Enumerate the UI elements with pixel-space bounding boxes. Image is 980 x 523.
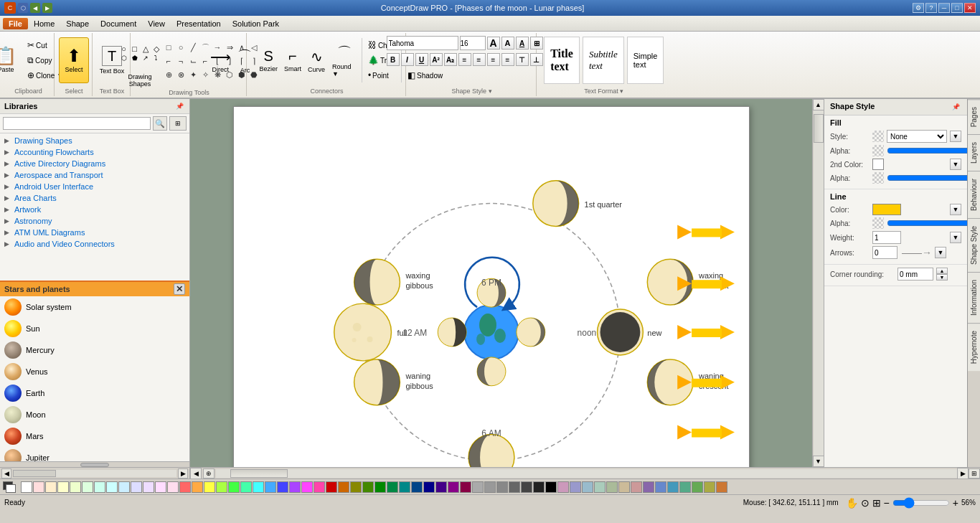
zoom-out-icon[interactable]: − <box>884 497 890 509</box>
grid-icon[interactable]: ⊞ <box>872 497 881 509</box>
lib-item-android[interactable]: ▶ Android User Interface <box>1 181 188 192</box>
lib-hscroll-left[interactable]: ◀ <box>1 468 11 479</box>
lib-item-accounting[interactable]: ▶ Accounting Flowcharts <box>1 146 188 158</box>
line-weight-dropdown[interactable]: ▼ <box>950 232 961 243</box>
shape-style-pin[interactable]: 📌 <box>951 102 961 112</box>
planet-venus[interactable]: Venus <box>0 361 189 382</box>
side-tab-shape-style[interactable]: Shape Style <box>968 218 980 272</box>
color-pastel4[interactable] <box>594 481 606 493</box>
lib-item-aerospace[interactable]: ▶ Aerospace and Transport <box>1 169 188 181</box>
font-shrink-btn[interactable]: A <box>501 37 514 50</box>
win-close-btn[interactable]: ✕ <box>964 3 976 13</box>
color-gray4[interactable] <box>509 481 520 493</box>
color-light9[interactable] <box>131 481 142 493</box>
color-light7[interactable] <box>106 481 118 493</box>
lib-search-input[interactable] <box>3 117 151 130</box>
line-color-dropdown[interactable]: ▼ <box>950 204 961 215</box>
color-darksky[interactable] <box>411 481 423 493</box>
win-minimize-btn[interactable]: ─ <box>938 3 950 13</box>
menu-view[interactable]: View <box>142 18 171 29</box>
color-darkteal[interactable] <box>387 481 398 493</box>
menu-home[interactable]: Home <box>28 18 60 29</box>
tool-s3[interactable]: ✦ <box>187 68 199 81</box>
fill-2ndalpha-slider[interactable] <box>887 173 979 183</box>
fill-style-dropdown[interactable]: ▼ <box>950 131 961 142</box>
color-muted2[interactable] <box>655 481 666 493</box>
tool-rect[interactable]: □ <box>162 41 175 54</box>
color-red1[interactable] <box>179 481 191 493</box>
valign-top-btn[interactable]: ⊤ <box>516 53 529 66</box>
vscroll-track[interactable] <box>814 110 824 456</box>
tool-r3[interactable]: ⌙ <box>187 55 199 67</box>
color-light8[interactable] <box>118 481 130 493</box>
color-light12[interactable] <box>167 481 179 493</box>
color-darkgreen[interactable] <box>374 481 386 493</box>
tool-line[interactable]: ╱ <box>187 41 199 54</box>
side-tab-behaviour[interactable]: Behaviour <box>968 171 980 218</box>
lib-item-audio-video[interactable]: ▶ Audio and Video Connectors <box>1 238 188 250</box>
lib-item-area-charts[interactable]: ▶ Area Charts <box>1 192 188 204</box>
menu-presentation[interactable]: Presentation <box>171 18 227 29</box>
hscroll-page-nav[interactable]: ⊕ <box>203 468 215 479</box>
line-alpha-slider[interactable] <box>887 218 979 228</box>
align-just-btn[interactable]: ≡ <box>501 53 514 66</box>
color-pastel1[interactable] <box>557 481 569 493</box>
zoom-slider[interactable] <box>892 497 950 509</box>
color-gray1[interactable] <box>472 481 484 493</box>
color-muted7[interactable] <box>716 481 727 493</box>
color-yellow1[interactable] <box>204 481 215 493</box>
zoom-fit-icon[interactable]: ⊙ <box>861 497 870 509</box>
color-gray5[interactable] <box>521 481 532 493</box>
planet-mars[interactable]: Mars <box>0 425 189 447</box>
round-button[interactable]: ⌒ Round ▼ <box>329 37 361 83</box>
color-gray6[interactable] <box>533 481 545 493</box>
diagram-canvas[interactable]: 1st quarter waxing gibbous waxing cresce… <box>233 106 750 467</box>
font-family-input[interactable] <box>387 36 458 50</box>
direct-button[interactable]: ⟶ Direct <box>207 37 234 83</box>
planet-moon[interactable]: Moon <box>0 404 189 425</box>
menu-document[interactable]: Document <box>95 18 142 29</box>
color-light4[interactable] <box>70 481 81 493</box>
lib-item-atm-uml[interactable]: ▶ ATM UML Diagrams <box>1 227 188 238</box>
lib-view-btn[interactable]: ⊞ <box>169 116 187 131</box>
hscroll-track[interactable] <box>216 469 957 478</box>
lib-item-active-directory[interactable]: ▶ Active Directory Diagrams <box>1 158 188 169</box>
vscroll-down[interactable]: ▼ <box>813 456 824 467</box>
lib-item-drawing-shapes[interactable]: ▶ Drawing Shapes <box>1 135 188 146</box>
color-sky1[interactable] <box>265 481 276 493</box>
color-light3[interactable] <box>57 481 69 493</box>
line-weight-input[interactable] <box>872 231 901 244</box>
planet-sun[interactable]: Sun <box>0 318 189 339</box>
color-pastel5[interactable] <box>606 481 618 493</box>
color-muted5[interactable] <box>692 481 703 493</box>
tool-ellipse[interactable]: ○ <box>174 41 187 54</box>
planet-earth[interactable]: Earth <box>0 382 189 404</box>
color-olive[interactable] <box>350 481 362 493</box>
hscroll-expand[interactable]: ⊞ <box>969 468 980 479</box>
color-pastel6[interactable] <box>618 481 630 493</box>
side-tab-pages[interactable]: Pages <box>968 99 980 134</box>
paste-button[interactable]: 📋 Paste <box>0 37 22 83</box>
color-darkred[interactable] <box>326 481 337 493</box>
fill-alpha-slider[interactable] <box>887 146 979 156</box>
win-maximize-btn[interactable]: □ <box>951 3 963 13</box>
color-light5[interactable] <box>82 481 93 493</box>
planet-solar-system[interactable]: Solar system <box>0 296 189 318</box>
hscroll-thumb[interactable] <box>230 469 288 478</box>
color-black[interactable] <box>545 481 557 493</box>
superscript-btn[interactable]: A² <box>430 53 443 66</box>
fill-style-select[interactable]: None Solid Gradient <box>887 130 947 143</box>
lib-item-artwork[interactable]: ▶ Artwork <box>1 204 188 215</box>
color-green1[interactable] <box>228 481 240 493</box>
lib-hscroll-thumb[interactable] <box>13 470 56 477</box>
color-pastel7[interactable] <box>631 481 642 493</box>
title-style-btn[interactable]: Titletext <box>544 37 580 84</box>
stars-scroll-thumb[interactable] <box>80 463 109 467</box>
curve-button[interactable]: ∿ Curve <box>305 37 328 83</box>
side-tab-layers[interactable]: Layers <box>968 134 980 171</box>
align-center-btn[interactable]: ≡ <box>473 53 486 66</box>
lib-item-astronomy[interactable]: ▶ Astronomy <box>1 215 188 227</box>
color-gray3[interactable] <box>496 481 508 493</box>
color-muted6[interactable] <box>704 481 715 493</box>
color-magenta1[interactable] <box>301 481 313 493</box>
